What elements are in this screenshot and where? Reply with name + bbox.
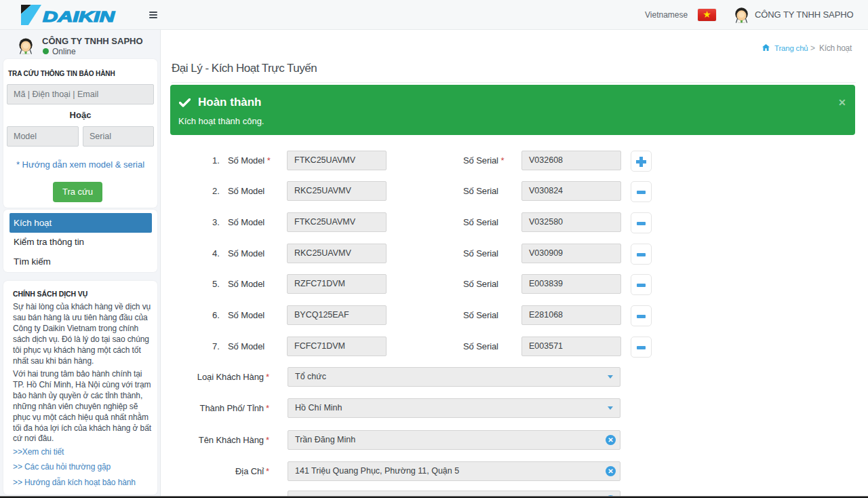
svg-text:DAIKIN: DAIKIN [43, 8, 115, 25]
